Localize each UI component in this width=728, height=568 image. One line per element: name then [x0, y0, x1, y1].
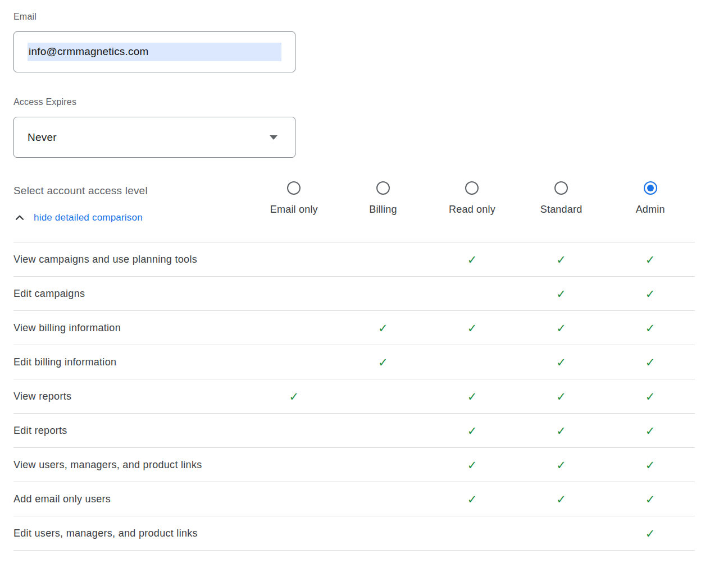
table-row: View campaigns and use planning tools ✓ …: [13, 242, 695, 276]
check-cell: ✓: [517, 391, 606, 402]
comparison-table: View campaigns and use planning tools ✓ …: [13, 242, 695, 551]
permission-label: View reports: [13, 391, 249, 402]
table-row: View users, managers, and product links …: [13, 447, 695, 482]
check-cell: ✓: [427, 254, 517, 265]
check-cell: ✓: [606, 322, 695, 334]
check-cell: ✓: [606, 425, 695, 437]
table-row: Edit campaigns ✓ ✓: [13, 276, 695, 310]
check-cell: ✓: [339, 322, 428, 334]
check-cell: ✓: [517, 322, 606, 334]
dropdown-arrow-icon: [270, 135, 277, 140]
permission-label: View billing information: [13, 322, 249, 334]
check-cell: ✓: [427, 493, 517, 505]
permission-label: Edit campaigns: [13, 288, 249, 300]
radio-option-email-only[interactable]: Email only: [249, 181, 339, 216]
table-row: View billing information ✓ ✓ ✓ ✓: [13, 310, 695, 345]
email-input-value: info@crmmagnetics.com: [28, 43, 281, 61]
check-cell: ✓: [517, 425, 606, 437]
check-cell: ✓: [517, 254, 606, 265]
permission-label: Add email only users: [13, 493, 249, 505]
check-cell: ✓: [606, 356, 695, 368]
radio-option-label: Email only: [270, 204, 318, 216]
check-cell: ✓: [606, 254, 695, 265]
radio-option-read-only[interactable]: Read only: [427, 181, 517, 216]
hide-comparison-label: hide detailed comparison: [34, 212, 143, 223]
check-cell: ✓: [606, 288, 695, 300]
check-cell: ✓: [249, 391, 339, 402]
table-row: Edit reports ✓ ✓ ✓: [13, 413, 695, 447]
radio-option-label: Admin: [636, 204, 665, 216]
access-expires-value: Never: [28, 131, 57, 144]
check-cell: ✓: [427, 425, 517, 437]
radio-icon[interactable]: [554, 181, 568, 195]
email-input[interactable]: info@crmmagnetics.com: [13, 31, 295, 72]
check-cell: ✓: [517, 459, 606, 471]
hide-comparison-link[interactable]: hide detailed comparison: [13, 212, 249, 224]
permission-label: Edit reports: [13, 425, 249, 437]
table-row: View reports ✓ ✓ ✓ ✓: [13, 379, 695, 413]
check-cell: ✓: [606, 459, 695, 471]
radio-icon[interactable]: [644, 181, 657, 195]
table-row: Add email only users ✓ ✓ ✓: [13, 482, 695, 516]
check-cell: ✓: [517, 493, 606, 505]
check-cell: ✓: [606, 493, 695, 505]
access-expires-select[interactable]: Never: [13, 117, 295, 158]
check-cell: ✓: [517, 288, 606, 300]
check-cell: ✓: [427, 322, 517, 334]
access-level-section: Select account access level hide detaile…: [13, 181, 728, 224]
radio-dot: [647, 185, 654, 191]
invite-user-form: Email info@crmmagnetics.com Access Expir…: [0, 0, 728, 551]
check-cell: ✓: [606, 391, 695, 402]
email-label: Email: [13, 12, 728, 22]
access-expires-label: Access Expires: [13, 97, 728, 107]
permission-label: Edit billing information: [13, 356, 249, 368]
radio-option-admin[interactable]: Admin: [606, 181, 695, 216]
radio-option-label: Billing: [369, 204, 397, 216]
chevron-up-icon: [13, 212, 26, 224]
check-cell: ✓: [339, 356, 428, 368]
radio-option-label: Read only: [449, 204, 495, 216]
check-cell: ✓: [517, 356, 606, 368]
table-row: Edit billing information ✓ ✓ ✓: [13, 345, 695, 379]
check-cell: ✓: [606, 528, 695, 539]
check-cell: ✓: [427, 391, 517, 402]
radio-icon[interactable]: [465, 181, 479, 195]
radio-option-label: Standard: [540, 204, 583, 216]
permission-label: View campaigns and use planning tools: [13, 254, 249, 265]
radio-option-billing[interactable]: Billing: [339, 181, 428, 216]
permission-label: Edit users, managers, and product links: [13, 528, 249, 539]
radio-option-standard[interactable]: Standard: [517, 181, 606, 216]
check-cell: ✓: [427, 459, 517, 471]
table-row: Edit users, managers, and product links …: [13, 516, 695, 550]
permission-label: View users, managers, and product links: [13, 459, 249, 471]
access-level-title: Select account access level: [13, 185, 249, 197]
radio-icon[interactable]: [376, 181, 390, 195]
radio-icon[interactable]: [287, 181, 301, 195]
access-level-header: Select account access level hide detaile…: [13, 181, 249, 224]
